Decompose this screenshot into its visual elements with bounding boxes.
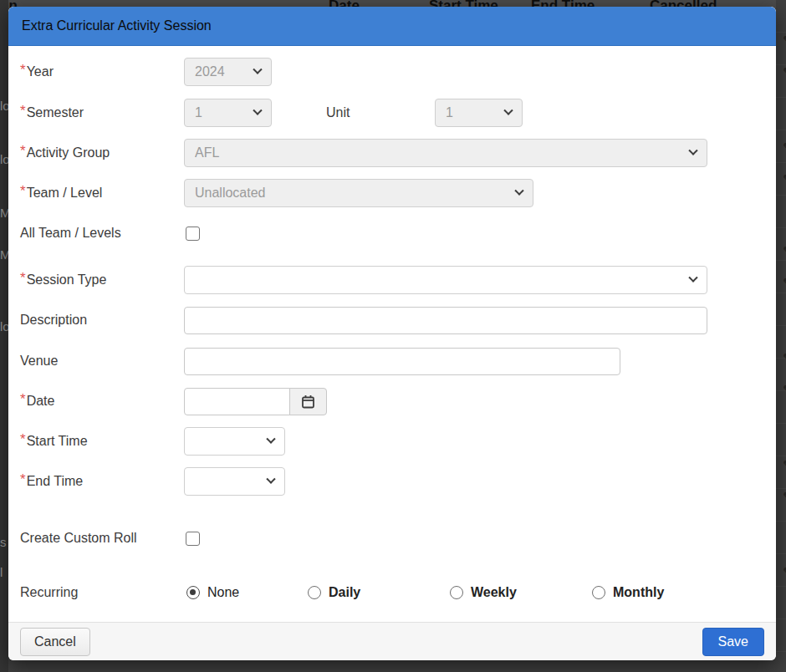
edit-icon-fragment — [783, 565, 786, 578]
semester-select-value: 1 — [195, 105, 246, 120]
edit-icon-fragment — [783, 490, 786, 503]
description-row: Description — [20, 306, 764, 334]
recurring-row: Recurring None Daily Weekly Monthly — [20, 583, 764, 603]
dialog-title: Extra Curricular Activity Session — [22, 18, 212, 33]
radio-icon[interactable] — [592, 586, 605, 599]
venue-label: Venue — [20, 354, 184, 369]
recurring-daily-label: Daily — [329, 585, 360, 600]
backdrop-text-fragment: M — [0, 247, 8, 262]
radio-icon[interactable] — [308, 586, 321, 599]
recurring-option-daily[interactable]: Daily — [308, 585, 360, 600]
radio-selected-icon[interactable] — [186, 586, 200, 599]
chevron-down-icon — [514, 186, 523, 196]
backdrop-text-fragment: lo — [0, 319, 8, 333]
chevron-down-icon — [266, 435, 275, 444]
edit-icon-fragment — [783, 140, 786, 154]
unit-select-value: 1 — [446, 105, 497, 120]
year-label: *Year — [20, 64, 184, 80]
edit-icon-fragment — [783, 458, 786, 471]
activity-group-select[interactable]: AFL — [184, 139, 707, 167]
semester-label: *Semester — [20, 104, 184, 121]
required-marker: * — [20, 62, 26, 78]
year-select-value: 2024 — [195, 64, 246, 79]
backdrop-text-fragment: s — [0, 535, 7, 549]
create-custom-roll-row: Create Custom Roll — [20, 524, 764, 552]
start-time-row: *Start Time — [20, 427, 764, 456]
activity-group-row: *Activity Group AFL — [20, 139, 764, 167]
start-time-label: *Start Time — [20, 433, 184, 450]
date-label: *Date — [20, 393, 184, 410]
all-team-levels-checkbox[interactable] — [186, 227, 200, 241]
edit-icon-fragment — [783, 276, 786, 289]
session-type-select[interactable] — [184, 266, 707, 294]
activity-group-select-value: AFL — [195, 145, 681, 160]
year-select[interactable]: 2024 — [184, 58, 272, 86]
dialog-footer: Cancel Save — [8, 622, 776, 660]
cancel-button[interactable]: Cancel — [20, 628, 90, 656]
end-time-row: *End Time — [20, 467, 764, 496]
backdrop-text-fragment: M — [0, 206, 8, 220]
edit-icon-fragment — [783, 383, 786, 396]
required-marker: * — [20, 471, 26, 487]
required-marker: * — [20, 391, 26, 407]
recurring-option-none[interactable]: None — [186, 585, 239, 600]
edit-icon-fragment — [783, 244, 786, 257]
backdrop-left-strip: lo lo M M lo s l — [0, 0, 8, 672]
edit-icon-fragment — [783, 172, 786, 186]
date-picker-button[interactable] — [289, 388, 327, 415]
required-marker: * — [20, 143, 26, 159]
semester-select[interactable]: 1 — [184, 99, 272, 127]
venue-row: Venue — [20, 347, 764, 375]
chevron-down-icon — [253, 106, 262, 115]
all-team-levels-row: All Team / Levels — [20, 219, 764, 247]
date-row: *Date — [20, 387, 764, 415]
description-label: Description — [20, 313, 184, 328]
all-team-levels-label: All Team / Levels — [20, 226, 184, 241]
recurring-weekly-label: Weekly — [471, 585, 517, 600]
edit-icon-fragment — [783, 351, 786, 364]
required-marker: * — [20, 270, 26, 286]
team-level-select-value: Unallocated — [195, 186, 508, 201]
backdrop-right-strip — [776, 0, 786, 672]
backdrop-text-fragment: lo — [0, 99, 8, 113]
year-row: *Year 2024 — [20, 58, 764, 86]
dialog-body: *Year 2024 *Semester 1 Unit 1 *Activity … — [8, 46, 776, 622]
required-marker: * — [20, 431, 26, 447]
edit-icon-fragment — [783, 65, 786, 79]
recurring-option-monthly[interactable]: Monthly — [592, 585, 664, 600]
required-marker: * — [20, 183, 26, 199]
start-time-select[interactable] — [184, 427, 285, 456]
semester-row: *Semester 1 Unit 1 — [20, 99, 764, 127]
recurring-label: Recurring — [20, 585, 184, 600]
create-custom-roll-label: Create Custom Roll — [20, 531, 184, 546]
radio-icon[interactable] — [450, 586, 463, 599]
unit-label: Unit — [326, 105, 435, 120]
chevron-down-icon — [688, 146, 697, 155]
required-marker: * — [20, 103, 26, 119]
recurring-monthly-label: Monthly — [613, 585, 664, 600]
description-input[interactable] — [184, 307, 707, 334]
chevron-down-icon — [503, 106, 513, 115]
create-custom-roll-checkbox[interactable] — [186, 532, 200, 546]
backdrop-text-fragment: lo — [0, 152, 8, 166]
end-time-select[interactable] — [184, 467, 285, 496]
end-time-label: *End Time — [20, 473, 184, 490]
recurring-option-weekly[interactable]: Weekly — [450, 585, 517, 600]
date-input[interactable] — [184, 388, 290, 415]
chevron-down-icon — [688, 273, 697, 283]
team-level-label: *Team / Level — [20, 185, 184, 201]
calendar-icon — [301, 395, 315, 409]
dialog-header: Extra Curricular Activity Session — [8, 7, 776, 46]
unit-select[interactable]: 1 — [435, 99, 523, 127]
chevron-down-icon — [253, 65, 262, 74]
session-type-row: *Session Type — [20, 266, 764, 294]
save-button[interactable]: Save — [702, 628, 764, 656]
activity-group-label: *Activity Group — [20, 145, 184, 161]
edit-icon-fragment — [783, 33, 786, 47]
extra-curricular-session-dialog: Extra Curricular Activity Session *Year … — [8, 7, 776, 660]
venue-input[interactable] — [184, 348, 620, 375]
backdrop-text-fragment: l — [0, 565, 3, 579]
session-type-label: *Session Type — [20, 272, 184, 288]
team-level-select[interactable]: Unallocated — [184, 179, 533, 207]
chevron-down-icon — [266, 475, 275, 484]
